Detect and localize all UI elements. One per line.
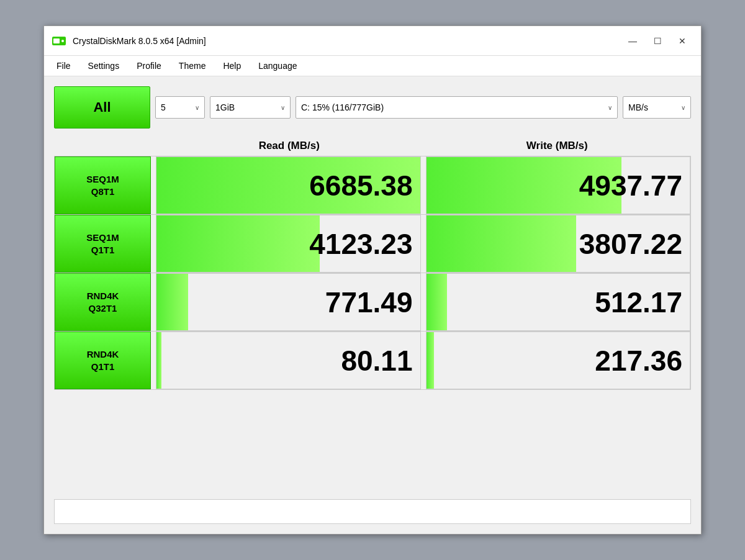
main-content: All 5 ∨ 1GiB ∨ C: 15% (116/777GiB) ∨ MB/… [44, 76, 701, 534]
run-all-button[interactable]: All [54, 86, 150, 129]
title-bar: CrystalDiskMark 8.0.5 x64 [Admin] — ☐ ✕ [44, 26, 701, 56]
read-header: Read (MB/s) [155, 136, 423, 156]
bench-cells: 4123.23 3807.22 [156, 215, 690, 273]
write-bar [427, 332, 435, 389]
menu-help[interactable]: Help [215, 58, 248, 73]
count-dropdown[interactable]: 5 ∨ [155, 96, 205, 119]
menu-settings[interactable]: Settings [81, 58, 127, 73]
read-cell-seq1m-q8t1: 6685.38 [156, 156, 421, 214]
title-bar-left: CrystalDiskMark 8.0.5 x64 [Admin] [52, 34, 206, 48]
write-cell-seq1m-q8t1: 4937.77 [426, 156, 691, 214]
read-value: 771.49 [325, 286, 413, 319]
read-cell-seq1m-q1t1: 4123.23 [156, 215, 421, 273]
read-cell-rnd4k-q1t1: 80.11 [156, 332, 421, 389]
read-value: 6685.38 [309, 169, 412, 202]
write-bar [427, 215, 577, 272]
table-row: RND4K Q1T1 80.11 217.36 [54, 331, 691, 390]
row-label-seq1m-q1t1: SEQ1M Q1T1 [55, 215, 151, 273]
read-value: 4123.23 [309, 227, 412, 261]
menu-profile[interactable]: Profile [129, 58, 169, 73]
write-cell-seq1m-q1t1: 3807.22 [426, 215, 691, 273]
menu-bar: File Settings Profile Theme Help Languag… [44, 56, 701, 76]
write-value: 4937.77 [579, 169, 682, 202]
menu-language[interactable]: Language [251, 58, 304, 73]
app-icon [52, 34, 66, 48]
write-value: 3807.22 [579, 227, 682, 261]
table-row: SEQ1M Q1T1 4123.23 3807.22 [54, 214, 691, 273]
row-label-rnd4k-q32t1: RND4K Q32T1 [55, 273, 151, 331]
benchmark-table: Read (MB/s) Write (MB/s) SEQ1M Q8T1 6685… [54, 136, 691, 492]
write-value: 512.17 [595, 286, 682, 319]
bench-cells: 80.11 217.36 [156, 332, 690, 389]
write-cell-rnd4k-q32t1: 512.17 [426, 273, 691, 331]
write-header: Write (MB/s) [423, 136, 692, 156]
svg-rect-1 [53, 38, 60, 43]
minimize-button[interactable]: — [621, 32, 644, 50]
bench-cells: 6685.38 4937.77 [156, 156, 690, 214]
main-window: CrystalDiskMark 8.0.5 x64 [Admin] — ☐ ✕ … [43, 25, 702, 535]
size-dropdown[interactable]: 1GiB ∨ [210, 96, 291, 119]
row-label-seq1m-q8t1: SEQ1M Q8T1 [55, 156, 151, 214]
chevron-down-icon: ∨ [608, 104, 612, 111]
row-label-rnd4k-q1t1: RND4K Q1T1 [55, 332, 151, 389]
chevron-down-icon: ∨ [281, 104, 285, 111]
read-bar [156, 215, 320, 272]
window-title: CrystalDiskMark 8.0.5 x64 [Admin] [73, 36, 206, 46]
read-cell-rnd4k-q32t1: 771.49 [156, 273, 421, 331]
bench-cells: 771.49 512.17 [156, 273, 690, 331]
drive-dropdown[interactable]: C: 15% (116/777GiB) ∨ [296, 96, 618, 119]
chevron-down-icon: ∨ [195, 104, 199, 111]
read-bar [156, 274, 188, 330]
chevron-down-icon: ∨ [681, 104, 685, 111]
read-bar [156, 332, 161, 389]
table-row: RND4K Q32T1 771.49 512.17 [54, 273, 691, 332]
write-cell-rnd4k-q1t1: 217.36 [426, 332, 691, 389]
svg-point-2 [61, 40, 64, 42]
table-header-row: Read (MB/s) Write (MB/s) [155, 136, 691, 156]
maximize-button[interactable]: ☐ [646, 32, 669, 50]
write-bar [427, 274, 448, 330]
unit-dropdown[interactable]: MB/s ∨ [623, 96, 691, 119]
menu-file[interactable]: File [49, 58, 78, 73]
status-bar [54, 499, 691, 524]
read-value: 80.11 [341, 344, 412, 377]
table-row: SEQ1M Q8T1 6685.38 4937.77 [54, 156, 691, 215]
close-button[interactable]: ✕ [671, 32, 693, 50]
controls-row: All 5 ∨ 1GiB ∨ C: 15% (116/777GiB) ∨ MB/… [54, 86, 691, 129]
write-value: 217.36 [595, 344, 682, 377]
menu-theme[interactable]: Theme [171, 58, 214, 73]
title-bar-controls: — ☐ ✕ [621, 32, 693, 50]
